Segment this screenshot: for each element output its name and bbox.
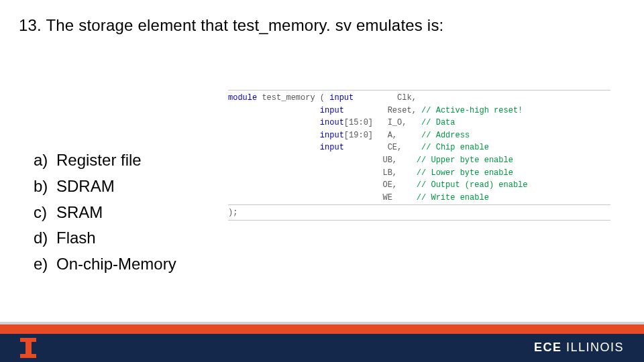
option-letter: a) — [34, 149, 56, 172]
option-b: b) SDRAM — [34, 175, 176, 198]
code-line: module test_memory ( input Clk, — [228, 92, 610, 105]
option-c: c) SRAM — [34, 201, 176, 225]
code-rule — [228, 90, 610, 90]
option-text: On-chip-Memory — [56, 253, 176, 276]
option-a: a) Register file — [34, 149, 176, 172]
option-letter: c) — [34, 201, 56, 225]
code-line: LB, // Lower byte enable — [228, 167, 610, 180]
option-letter: e) — [34, 253, 56, 276]
option-e: e) On-chip-Memory — [34, 253, 176, 276]
code-line: ); — [228, 206, 610, 219]
code-line: inout[15:0] I_O, // Data — [228, 117, 610, 129]
code-rule — [228, 204, 610, 205]
code-line: UB, // Upper byte enable — [228, 154, 610, 167]
option-d: d) Flash — [34, 227, 176, 250]
option-text: Flash — [56, 227, 96, 250]
answer-options: a) Register file b) SDRAM c) SRAM d) Fla… — [34, 149, 176, 279]
footer-accent — [0, 324, 644, 334]
code-line: input Reset, // Active-high reset! — [228, 105, 610, 117]
option-text: SDRAM — [56, 175, 115, 198]
footer-brand: ECE ILLINOIS — [534, 341, 624, 355]
slide: 13. The storage element that test_memory… — [0, 0, 644, 362]
option-text: Register file — [56, 149, 142, 172]
option-letter: b) — [34, 175, 56, 198]
code-line: input CE, // Chip enable — [228, 141, 610, 154]
code-line: OE, // Output (read) enable — [228, 179, 610, 192]
option-letter: d) — [34, 227, 56, 250]
illinois-logo-icon — [20, 338, 36, 358]
footer: ECE ILLINOIS — [0, 322, 644, 362]
code-line: WE // Write enable — [228, 192, 610, 204]
code-rule — [228, 220, 610, 221]
footer-bar: ECE ILLINOIS — [0, 334, 644, 362]
option-text: SRAM — [56, 201, 103, 225]
code-snippet: module test_memory ( input Clk, input Re… — [228, 89, 610, 222]
code-line: input[19:0] A, // Address — [228, 129, 610, 142]
question-text: 13. The storage element that test_memory… — [19, 16, 443, 35]
